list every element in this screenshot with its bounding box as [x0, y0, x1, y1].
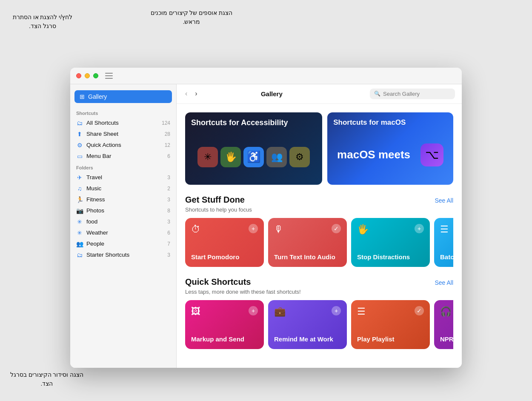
- all-shortcuts-label: All Shortcuts: [86, 120, 158, 126]
- search-bar: 🔍: [370, 89, 455, 99]
- hero-row: Shortcuts for Accessibility ✳ 🖐 ♿ 👥 ⚙ Sh…: [185, 112, 453, 185]
- annotation-top-center: הצגת אוספים של קיצורים מוכנים מראש.: [149, 9, 234, 26]
- sidebar-toggle-button[interactable]: [105, 73, 113, 79]
- titlebar: [70, 68, 462, 84]
- travel-label: Travel: [86, 174, 164, 180]
- gallery-scroll: Shortcuts for Accessibility ✳ 🖐 ♿ 👥 ⚙ Sh…: [177, 104, 462, 368]
- search-input[interactable]: [383, 91, 451, 97]
- annotation-top-left: לחץ/י להצגת או הסתרת סרגל הצד.: [9, 13, 77, 31]
- menu-bar-label: Menu Bar: [86, 153, 164, 159]
- gallery-title: Gallery: [178, 90, 366, 97]
- weather-icon: ✳: [76, 229, 83, 236]
- people-icon: 👥: [76, 241, 83, 247]
- playlist-check-btn[interactable]: ✓: [415, 306, 424, 315]
- sidebar-item-people[interactable]: 👥 People 7: [70, 238, 176, 249]
- accessibility-title: Shortcuts for Accessibility: [191, 118, 288, 127]
- sidebar-item-gallery[interactable]: ⊞ Gallery: [74, 90, 172, 103]
- markup-send-card[interactable]: 🖼 + Markup and Send: [185, 300, 264, 349]
- menu-bar-count: 6: [167, 153, 170, 159]
- fitness-label: Fitness: [86, 196, 164, 203]
- search-icon: 🔍: [374, 91, 380, 97]
- work-label: Remind Me at Work: [274, 335, 341, 343]
- gallery-label: Gallery: [88, 93, 107, 100]
- folders-section-label: Folders: [70, 162, 176, 172]
- card-top: ⏱ +: [191, 224, 258, 235]
- audio-check-btn[interactable]: ✓: [332, 224, 341, 233]
- batch-add-reminders-card[interactable]: ☰ + Batch Add Reminders: [434, 218, 453, 267]
- fitness-icon: 🏃: [76, 196, 83, 203]
- stop-label: Stop Distractions: [357, 253, 424, 261]
- sidebar-item-weather[interactable]: ✳ Weather 6: [70, 227, 176, 238]
- starter-shortcuts-icon: 🗂: [76, 252, 83, 258]
- stop-distractions-card[interactable]: 🖐 + Stop Distractions: [351, 218, 430, 267]
- npr-label: NPR News Now: [440, 335, 453, 343]
- turn-text-audio-card[interactable]: 🎙 ✓ Turn Text Into Audio: [268, 218, 347, 267]
- gallery-toolbar: ‹ › Gallery 🔍: [177, 84, 462, 104]
- sidebar-item-menu-bar[interactable]: ▭ Menu Bar 6: [70, 151, 176, 162]
- quick-shortcuts-cards: 🖼 + Markup and Send 💼 + Remind Me at Wor…: [185, 300, 453, 349]
- playlist-icon: ☰: [357, 306, 366, 317]
- get-stuff-done-header: Get Stuff Done See All: [185, 195, 453, 205]
- weather-count: 6: [167, 230, 170, 236]
- sidebar-item-starter-shortcuts[interactable]: 🗂 Starter Shortcuts 3: [70, 249, 176, 261]
- stop-add-btn[interactable]: +: [415, 224, 424, 233]
- play-playlist-card[interactable]: ☰ ✓ Play Playlist: [351, 300, 430, 349]
- music-count: 2: [167, 186, 170, 192]
- npr-news-card[interactable]: 🎧 ✓ NPR News Now: [434, 300, 453, 349]
- markup-add-btn[interactable]: +: [249, 306, 258, 315]
- accessibility-icon-row: ✳ 🖐 ♿ 👥 ⚙: [197, 147, 310, 167]
- travel-count: 3: [167, 175, 170, 180]
- close-button[interactable]: [76, 73, 81, 78]
- food-label: food: [86, 218, 164, 225]
- card-top: ☰ +: [440, 224, 453, 235]
- markup-icon: 🖼: [191, 306, 200, 317]
- macos-meets-text: macOS meets: [337, 148, 410, 161]
- remind-work-card[interactable]: 💼 + Remind Me at Work: [268, 300, 347, 349]
- quick-shortcuts-see-all[interactable]: See All: [435, 279, 453, 286]
- quick-shortcuts-subtitle: Less taps, more done with these fast sho…: [185, 289, 453, 295]
- sidebar-item-fitness[interactable]: 🏃 Fitness 3: [70, 194, 176, 205]
- sidebar-item-food[interactable]: ✳ food 3: [70, 216, 176, 227]
- music-label: Music: [86, 185, 164, 192]
- hero-card-macos[interactable]: Shortcuts for macOS macOS meets ⌥: [327, 112, 453, 185]
- shortcuts-logo: ⌥: [420, 143, 443, 166]
- stop-icon: 🖐: [357, 224, 369, 235]
- pomodoro-add-btn[interactable]: +: [249, 224, 258, 233]
- share-sheet-count: 28: [165, 131, 170, 137]
- get-stuff-done-subtitle: Shortcuts to help you focus: [185, 206, 453, 213]
- macos-content: macOS meets ⌥: [337, 143, 443, 166]
- sidebar-item-music[interactable]: ♫ Music 2: [70, 183, 176, 194]
- photos-icon: 📷: [76, 207, 83, 214]
- npr-icon: 🎧: [440, 306, 452, 317]
- get-stuff-done-title: Get Stuff Done: [185, 195, 245, 205]
- work-icon: 💼: [274, 306, 286, 317]
- minimize-button[interactable]: [85, 73, 90, 78]
- starter-shortcuts-count: 3: [167, 252, 170, 258]
- people-label: People: [86, 241, 164, 247]
- all-shortcuts-count: 124: [162, 120, 170, 126]
- gallery-icon: ⊞: [80, 93, 85, 100]
- sidebar-item-share-sheet[interactable]: ⬆ Share Sheet 28: [70, 129, 176, 140]
- start-pomodoro-card[interactable]: ⏱ + Start Pomodoro: [185, 218, 264, 267]
- sidebar-item-travel[interactable]: ✈ Travel 3: [70, 172, 176, 183]
- fullscreen-button[interactable]: [93, 73, 98, 78]
- work-add-btn[interactable]: +: [332, 306, 341, 315]
- sidebar-item-photos[interactable]: 📷 Photos 8: [70, 205, 176, 216]
- share-sheet-label: Share Sheet: [86, 131, 161, 137]
- get-stuff-done-see-all[interactable]: See All: [435, 197, 453, 204]
- starter-shortcuts-label: Starter Shortcuts: [86, 252, 164, 258]
- quick-shortcuts-header: Quick Shortcuts See All: [185, 277, 453, 287]
- travel-icon: ✈: [76, 174, 83, 181]
- photos-label: Photos: [86, 207, 164, 214]
- sidebar-item-all-shortcuts[interactable]: 🗂 All Shortcuts 124: [70, 117, 176, 129]
- gallery-area: ‹ › Gallery 🔍 Shortcuts for Accessibilit…: [177, 84, 462, 368]
- acc-icon-sliders: ⚙: [289, 147, 310, 167]
- weather-label: Weather: [86, 229, 164, 236]
- quick-actions-icon: ⚙: [76, 142, 83, 149]
- sidebar: ⊞ Gallery Shortcuts 🗂 All Shortcuts 124 …: [70, 84, 177, 368]
- fitness-count: 3: [167, 197, 170, 203]
- menu-bar-icon: ▭: [76, 153, 83, 160]
- hero-card-accessibility[interactable]: Shortcuts for Accessibility ✳ 🖐 ♿ 👥 ⚙: [185, 112, 322, 185]
- sidebar-item-quick-actions[interactable]: ⚙ Quick Actions 12: [70, 140, 176, 151]
- people-count: 7: [167, 241, 170, 247]
